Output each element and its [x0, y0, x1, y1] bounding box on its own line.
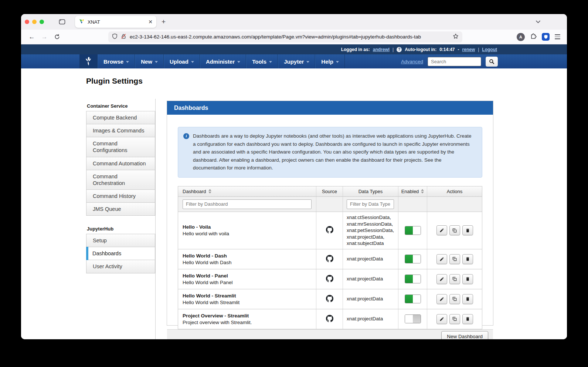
nav-label: Browse: [103, 58, 123, 65]
github-source-icon[interactable]: [326, 226, 333, 235]
data-types-list: xnat:projectData: [347, 276, 383, 282]
sidebar-item-command-history[interactable]: Command History: [86, 189, 155, 203]
enabled-toggle[interactable]: [405, 226, 421, 235]
github-source-icon[interactable]: [326, 255, 333, 263]
nav-search-area: Advanced: [401, 54, 498, 68]
nav-label: New: [141, 58, 152, 65]
sidebar-item-images-commands[interactable]: Images & Commands: [86, 124, 155, 137]
close-tab-icon[interactable]: ✕: [148, 19, 153, 24]
copy-button[interactable]: [449, 225, 460, 235]
copy-button[interactable]: [449, 294, 460, 304]
browser-tab[interactable]: XNAT ✕: [75, 16, 156, 28]
panel-footer: New Dashboard: [167, 329, 493, 339]
edit-button[interactable]: [436, 274, 447, 284]
trash-icon: [465, 228, 470, 233]
column-label: Source: [322, 189, 337, 194]
sidebar-item-compute-backend[interactable]: Compute Backend: [86, 111, 155, 124]
bookmark-star-icon[interactable]: [453, 33, 459, 41]
column-header-dashboard[interactable]: Dashboard: [178, 186, 316, 196]
github-source-icon[interactable]: [326, 275, 333, 283]
sort-icon: [208, 189, 211, 193]
nav-label: Jupyter: [284, 58, 304, 65]
new-tab-button[interactable]: +: [162, 18, 166, 26]
tracking-shield-icon[interactable]: [112, 33, 118, 41]
nav-item-administer[interactable]: Administer: [200, 54, 246, 68]
enabled-toggle[interactable]: [405, 275, 421, 283]
chevron-down-icon: [269, 61, 272, 63]
menu-hamburger-icon[interactable]: [555, 34, 560, 39]
sidebar-item-jms-queue[interactable]: JMS Queue: [86, 202, 155, 216]
chevron-down-icon: [155, 61, 158, 63]
edit-button[interactable]: [436, 294, 447, 304]
pencil-icon: [439, 228, 444, 233]
enabled-toggle[interactable]: [405, 255, 421, 263]
enabled-toggle[interactable]: [405, 294, 421, 303]
xnat-logo-icon[interactable]: [79, 54, 98, 68]
dashboards-panel: Dashboards i Dashboards are a way to dep…: [167, 101, 493, 326]
delete-button[interactable]: [462, 294, 473, 304]
renew-link[interactable]: renew: [462, 47, 475, 52]
password-manager-shield-icon[interactable]: [542, 33, 550, 41]
nav-item-tools[interactable]: Tools: [246, 54, 278, 68]
sidebar-item-user-activity[interactable]: User Activity: [86, 260, 155, 273]
delete-button[interactable]: [462, 225, 473, 235]
sidebar-item-command-orchestration[interactable]: Command Orchestration: [86, 170, 155, 190]
github-source-icon[interactable]: [326, 295, 333, 303]
extensions-puzzle-icon[interactable]: [530, 33, 537, 41]
copy-button[interactable]: [449, 274, 460, 284]
sidebar-item-command-configurations[interactable]: Command Configurations: [86, 137, 155, 157]
dash: -: [458, 47, 459, 52]
sidebar-item-command-automation[interactable]: Command Automation: [86, 157, 155, 170]
separator: |: [392, 47, 394, 52]
search-input[interactable]: [428, 57, 481, 66]
copy-button[interactable]: [449, 314, 460, 324]
enabled-toggle[interactable]: [405, 314, 421, 323]
close-window-button[interactable]: [25, 20, 29, 24]
nav-item-jupyter[interactable]: Jupyter: [278, 54, 315, 68]
table-header-row: Dashboard Source Data Types Enabled Acti…: [178, 186, 482, 197]
back-icon[interactable]: ←: [26, 31, 37, 43]
edit-button[interactable]: [436, 225, 447, 235]
minimize-window-button[interactable]: [32, 20, 37, 24]
logout-link[interactable]: Logout: [482, 47, 497, 52]
firefox-view-icon[interactable]: [59, 19, 65, 25]
settings-sidebar: Container Service Compute Backend Images…: [86, 99, 156, 339]
chevron-down-icon: [191, 61, 194, 63]
zoom-window-button[interactable]: [40, 20, 44, 24]
account-icon[interactable]: A: [517, 33, 525, 41]
url-text[interactable]: ec2-3-134-62-146.us-east-2.compute.amazo…: [130, 34, 449, 40]
help-question-icon[interactable]: ?: [397, 47, 402, 52]
column-header-enabled[interactable]: Enabled: [398, 186, 427, 196]
table-row: Hello World - Panel Hello World with Pan…: [178, 269, 482, 289]
xnat-utility-bar: Logged in as: andrewl | ? Auto-logout in…: [21, 44, 567, 54]
nav-item-upload[interactable]: Upload: [164, 54, 200, 68]
filter-dashboard-input[interactable]: [183, 199, 312, 209]
sidebar-heading-container-service: Container Service: [87, 103, 155, 109]
edit-button[interactable]: [436, 314, 447, 324]
search-button[interactable]: [486, 57, 498, 67]
copy-button[interactable]: [449, 254, 460, 264]
filter-datatype-input[interactable]: [347, 199, 394, 209]
username-link[interactable]: andrewl: [373, 47, 390, 52]
list-tabs-chevron-icon[interactable]: [535, 18, 541, 25]
new-dashboard-button[interactable]: New Dashboard: [441, 331, 488, 339]
nav-item-new[interactable]: New: [135, 54, 164, 68]
url-bar[interactable]: ec2-3-134-62-146.us-east-2.compute.amazo…: [108, 31, 462, 43]
nav-item-help[interactable]: Help: [315, 54, 345, 68]
insecure-lock-icon[interactable]: [121, 33, 126, 41]
trash-icon: [465, 296, 470, 302]
advanced-search-link[interactable]: Advanced: [401, 59, 423, 64]
data-types-list: xnat:projectData: [347, 256, 383, 262]
github-source-icon[interactable]: [326, 315, 333, 323]
reload-icon[interactable]: [51, 31, 62, 43]
sidebar-item-setup[interactable]: Setup: [86, 234, 155, 247]
nav-item-browse[interactable]: Browse: [98, 54, 135, 68]
delete-button[interactable]: [462, 254, 473, 264]
dashboard-description: Project overview with Streamlit.: [183, 320, 252, 325]
edit-button[interactable]: [436, 254, 447, 264]
delete-button[interactable]: [462, 274, 473, 284]
dashboards-table: Dashboard Source Data Types Enabled Acti…: [178, 186, 482, 329]
nav-label: Upload: [170, 58, 188, 65]
delete-button[interactable]: [462, 314, 473, 324]
sidebar-item-dashboards[interactable]: Dashboards: [86, 247, 155, 260]
